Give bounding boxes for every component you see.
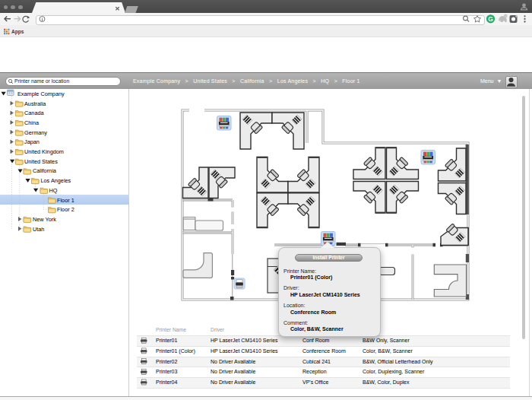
svg-text:G: G [488,15,493,23]
